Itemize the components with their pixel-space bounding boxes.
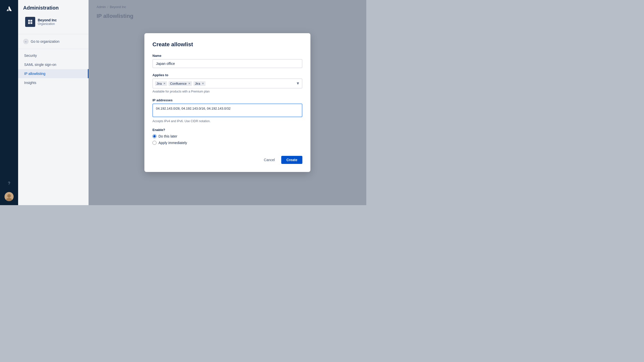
svg-rect-4 bbox=[30, 20, 32, 22]
svg-rect-6 bbox=[30, 22, 32, 24]
svg-point-1 bbox=[7, 194, 11, 198]
tag-jira2[interactable]: Jira ✕ bbox=[193, 81, 206, 86]
back-icon: ← bbox=[23, 39, 29, 44]
admin-title: Administration bbox=[23, 5, 84, 11]
left-navigation: Administration Beyond Inc Organization ←… bbox=[18, 0, 89, 205]
tag-confluence-remove[interactable]: ✕ bbox=[188, 82, 190, 85]
svg-rect-3 bbox=[28, 20, 30, 22]
org-info: Beyond Inc Organization bbox=[38, 18, 57, 26]
radio-immediately-label: Apply immediately bbox=[158, 141, 187, 145]
org-name: Beyond Inc bbox=[38, 18, 57, 22]
radio-later[interactable] bbox=[152, 134, 156, 138]
ip-hint: Accepts IPv4 and IPv6. Use CIDR notation… bbox=[152, 119, 302, 123]
enable-group: Enable? Do this later Apply immediately bbox=[152, 128, 302, 145]
name-group: Name bbox=[152, 54, 302, 68]
tag-jira1-label: Jira bbox=[156, 82, 162, 85]
applies-to-select[interactable]: Jira ✕ Confluence ✕ Jira ✕ ▼ bbox=[152, 78, 302, 88]
nav-divider bbox=[18, 49, 89, 49]
create-button[interactable]: Create bbox=[281, 156, 302, 164]
user-avatar[interactable] bbox=[5, 192, 14, 201]
name-input[interactable] bbox=[152, 59, 302, 68]
sidebar-item-saml[interactable]: SAML single sign-on bbox=[18, 60, 89, 69]
name-label: Name bbox=[152, 54, 302, 58]
radio-later-label: Do this later bbox=[158, 134, 177, 138]
help-button[interactable]: ? bbox=[5, 179, 14, 188]
radio-option-later[interactable]: Do this later bbox=[152, 134, 302, 138]
tag-jira1[interactable]: Jira ✕ bbox=[155, 81, 167, 86]
radio-option-immediately[interactable]: Apply immediately bbox=[152, 141, 302, 145]
question-icon: ? bbox=[8, 181, 10, 186]
go-to-org-link[interactable]: ← Go to organization bbox=[18, 36, 89, 47]
sidebar-item-insights[interactable]: Insights bbox=[18, 78, 89, 87]
org-type: Organization bbox=[38, 22, 57, 26]
tag-confluence-label: Confluence bbox=[170, 82, 187, 85]
applies-hint: Available for products with a Premium pl… bbox=[152, 90, 302, 93]
modal-title: Create allowlist bbox=[152, 41, 302, 48]
sidebar-bottom: ? bbox=[5, 179, 14, 205]
atlassian-logo[interactable] bbox=[5, 4, 14, 13]
ip-addresses-group: IP addresses Accepts IPv4 and IPv6. Use … bbox=[152, 98, 302, 123]
sidebar-item-security[interactable]: Security bbox=[18, 51, 89, 60]
ip-label: IP addresses bbox=[152, 98, 302, 102]
go-to-org-label: Go to organization bbox=[31, 39, 59, 43]
applies-to-group: Applies to Jira ✕ Confluence ✕ Jira ✕ ▼ bbox=[152, 73, 302, 93]
svg-rect-5 bbox=[28, 22, 30, 24]
tag-jira2-remove[interactable]: ✕ bbox=[202, 82, 204, 85]
ip-textarea[interactable] bbox=[152, 104, 302, 117]
create-allowlist-modal: Create allowlist Name Applies to Jira ✕ … bbox=[144, 33, 310, 172]
chevron-down-icon: ▼ bbox=[296, 81, 300, 86]
org-card: Beyond Inc Organization bbox=[23, 15, 84, 29]
cancel-button[interactable]: Cancel bbox=[260, 156, 279, 164]
tag-jira2-label: Jira bbox=[195, 82, 200, 85]
tag-jira1-remove[interactable]: ✕ bbox=[163, 82, 166, 85]
sidebar: ? bbox=[0, 0, 18, 205]
nav-header: Administration Beyond Inc Organization bbox=[18, 5, 89, 34]
tag-confluence[interactable]: Confluence ✕ bbox=[169, 81, 192, 86]
org-icon bbox=[25, 17, 35, 27]
radio-immediately[interactable] bbox=[152, 141, 156, 145]
sidebar-item-ip-allowlisting[interactable]: IP allowlisting bbox=[18, 69, 89, 78]
modal-footer: Cancel Create bbox=[152, 152, 302, 164]
main-content: Admin / Beyond Inc IP allowlisting Creat… bbox=[89, 0, 366, 205]
radio-group: Do this later Apply immediately bbox=[152, 134, 302, 145]
applies-to-label: Applies to bbox=[152, 73, 302, 77]
enable-label: Enable? bbox=[152, 128, 302, 132]
modal-overlay: Create allowlist Name Applies to Jira ✕ … bbox=[89, 0, 366, 205]
